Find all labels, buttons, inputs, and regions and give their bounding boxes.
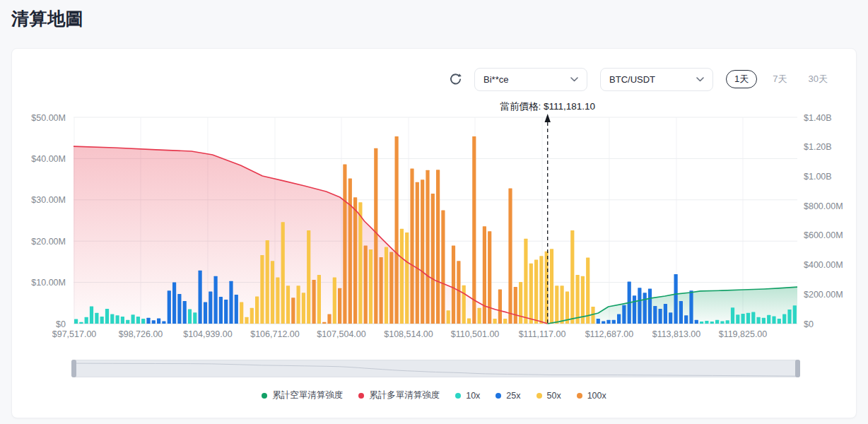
exchange-select[interactable]: Bi**ce (474, 68, 587, 91)
svg-text:$104,939.00: $104,939.00 (183, 329, 233, 339)
svg-text:$108,514.00: $108,514.00 (384, 329, 433, 339)
liquidation-bar-25x (229, 281, 233, 324)
legend-item-25x[interactable]: 25x (495, 391, 520, 401)
legend-item-50x[interactable]: 50x (536, 391, 561, 401)
liquidation-bar-50x (240, 302, 243, 324)
liquidation-bar-100x (498, 290, 502, 324)
legend-item-100x[interactable]: 100x (577, 391, 606, 401)
liquidation-bar-100x (483, 226, 486, 324)
liquidation-bar-10x (85, 317, 88, 324)
liquidation-bar-10x (141, 319, 145, 324)
liquidation-bar-100x (472, 136, 476, 324)
pair-select-value: BTC/USDT (609, 74, 655, 85)
svg-text:$1.20B: $1.20B (804, 142, 832, 152)
liquidation-bar-100x (410, 168, 414, 324)
liquidation-bar-10x (757, 317, 761, 324)
liquidation-bar-10x (90, 307, 93, 324)
liquidation-bar-10x (731, 307, 734, 324)
liquidation-bar-50x (478, 308, 481, 324)
liquidation-bar-100x (348, 178, 352, 324)
liquidation-bar-50x (385, 247, 388, 324)
liquidation-bar-50x (503, 319, 507, 324)
liquidation-bar-25x (638, 288, 641, 324)
svg-text:$111,117.00: $111,117.00 (519, 329, 566, 339)
legend-dot (536, 393, 542, 399)
svg-text:$50.00M: $50.00M (31, 113, 66, 123)
svg-text:$106,712.00: $106,712.00 (250, 329, 300, 339)
liquidation-bar-100x (338, 288, 341, 324)
liquidation-bar-50x (302, 293, 305, 324)
legend-dot (262, 393, 267, 399)
liquidation-bar-25x (152, 320, 156, 324)
liquidation-bar-10x (110, 314, 114, 324)
liquidation-bar-50x (462, 285, 466, 324)
page-title: 清算地圖 (11, 7, 83, 30)
chart-navigator[interactable] (71, 360, 800, 377)
range-button-1d[interactable]: 1天 (726, 70, 757, 88)
pair-select[interactable]: BTC/USDT (600, 68, 713, 91)
liquidation-bar-100x (364, 246, 368, 324)
range-button-7d[interactable]: 7天 (767, 70, 792, 88)
liquidation-bar-50x (539, 256, 543, 324)
liquidation-bar-10x (726, 320, 729, 324)
liquidation-bar-50x (317, 275, 321, 324)
liquidation-bar-50x (307, 230, 310, 324)
liquidation-bar-100x (374, 148, 377, 324)
liquidation-bar-25x (204, 302, 207, 324)
svg-text:$110,501.00: $110,501.00 (451, 329, 500, 339)
liquidation-bar-50x (271, 261, 274, 324)
liquidation-bar-100x (426, 170, 429, 324)
svg-text:$400.00M: $400.00M (804, 260, 843, 270)
legend-item-累計多單清算強度[interactable]: 累計多單清算強度 (358, 389, 440, 401)
liquidation-bar-50x (358, 202, 362, 324)
liquidation-bar-25x (157, 318, 160, 324)
liquidation-bar-25x (674, 274, 678, 324)
svg-text:$30.00M: $30.00M (31, 195, 66, 205)
svg-text:$98,726.00: $98,726.00 (119, 329, 163, 339)
liquidation-bar-10x (74, 319, 78, 324)
liquidation-bar-25x (209, 291, 212, 324)
liquidation-bar-100x (312, 280, 316, 324)
liquidation-map-card: Bi**ce BTC/USDT 1天 7天 30天 (11, 48, 857, 418)
liquidation-bar-25x (622, 305, 626, 324)
svg-text:$40.00M: $40.00M (31, 154, 66, 164)
liquidation-bar-100x (353, 197, 357, 324)
liquidation-bar-100x (508, 188, 512, 324)
svg-text:$10.00M: $10.00M (31, 278, 66, 288)
liquidation-bar-50x (447, 310, 450, 324)
range-button-30d[interactable]: 30天 (803, 70, 833, 88)
liquidation-bar-100x (416, 182, 419, 324)
liquidation-bar-10x (188, 310, 192, 324)
liquidation-bar-25x (177, 294, 181, 324)
liquidation-bar-100x (488, 231, 491, 324)
svg-text:$0: $0 (56, 319, 66, 329)
liquidation-bar-50x (565, 291, 569, 324)
liquidation-bar-25x (146, 318, 150, 324)
liquidation-chart[interactable]: $50.00M$40.00M$30.00M$20.00M$10.00M$0$1.… (12, 90, 857, 348)
liquidation-bar-50x (555, 285, 558, 324)
svg-text:$113,813.00: $113,813.00 (652, 329, 701, 339)
liquidation-bar-10x (741, 314, 745, 324)
svg-text:$1.00B: $1.00B (804, 172, 832, 182)
liquidation-bar-10x (100, 317, 104, 324)
legend-label: 25x (506, 391, 520, 401)
current-price-annotation: 當前價格: $111,181.10 (500, 101, 595, 112)
navigator-handle-right[interactable] (795, 360, 800, 377)
liquidation-bar-25x (162, 322, 165, 324)
liquidation-bar-25x (172, 283, 176, 324)
refresh-button[interactable] (448, 72, 462, 86)
liquidation-bar-50x (534, 260, 538, 324)
legend-item-10x[interactable]: 10x (455, 391, 480, 401)
liquidation-bar-25x (606, 320, 610, 324)
navigator-handle-left[interactable] (71, 360, 76, 377)
chart-toolbar: Bi**ce BTC/USDT 1天 7天 30天 (448, 67, 833, 91)
liquidation-bar-50x (529, 264, 533, 324)
liquidation-bar-25x (659, 309, 662, 324)
liquidation-bar-10x (705, 321, 708, 324)
liquidation-bar-50x (286, 285, 290, 324)
svg-text:$1.40B: $1.40B (804, 113, 832, 123)
liquidation-bar-10x (715, 320, 719, 324)
legend-label: 10x (466, 391, 480, 401)
liquidation-bar-10x (736, 314, 739, 324)
legend-item-累計空單清算強度[interactable]: 累計空單清算強度 (262, 389, 343, 401)
